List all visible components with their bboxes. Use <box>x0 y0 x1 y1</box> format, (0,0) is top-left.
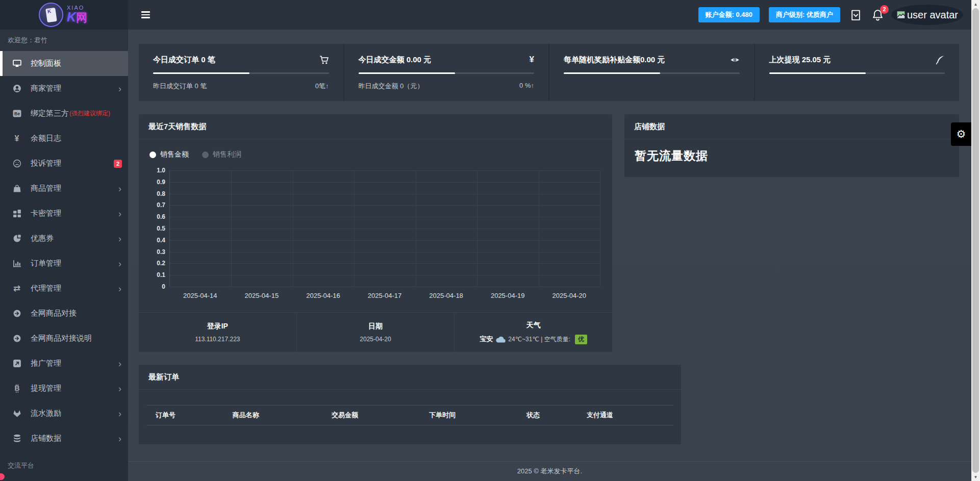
chart-gridline-h <box>170 275 600 275</box>
chart-x-tick-label: 2025-04-18 <box>415 292 477 299</box>
chart-gridline-v <box>539 170 539 287</box>
sidebar-item-qq-group[interactable]: 对接QQ群 <box>0 475 128 481</box>
chart-y-tick-label: 0.3 <box>157 248 165 256</box>
stat-card-header: 上次提现 25.05 元 <box>769 52 945 68</box>
sidebar-item-agent-management[interactable]: ⇄代理管理› <box>0 276 128 301</box>
sidebar-item-dashboard[interactable]: 控制面板 <box>0 51 128 76</box>
scroll-up-arrow[interactable]: ▲ <box>971 0 980 8</box>
logo-text: XIAO K网 <box>67 5 87 25</box>
chart-gridline-h <box>170 252 600 252</box>
chart-y-tick-label: 0.1 <box>157 271 165 279</box>
sidebar-item-label: 控制面板 <box>31 59 61 68</box>
chart-x-tick-label: 2025-04-19 <box>477 292 539 299</box>
legend-label: 销售金额 <box>160 150 189 159</box>
sidebar-item-label: 商品管理 <box>31 184 61 193</box>
barchart-icon <box>11 259 22 269</box>
sales-chart-panel: 最近7天销售数据 销售金额 销售利润 1.00.90.80.70.60.50.4… <box>139 114 612 352</box>
mail-button[interactable] <box>849 9 862 21</box>
chart-gridline-h <box>170 217 600 217</box>
chart-gridline-v <box>231 170 232 287</box>
settings-gear-button[interactable]: ⚙ <box>951 122 971 146</box>
sidebar-item-product-management[interactable]: 商品管理› <box>0 176 128 201</box>
app-logo[interactable]: K XIAO K网 <box>0 0 128 30</box>
latest-orders-panel: 最新订单 订单号商品名称交易金额下单时间状态支付通道 <box>139 365 681 444</box>
chart-gridline-h <box>170 229 600 229</box>
sidebar-item-product-sync[interactable]: 全网商品对接 <box>0 301 128 326</box>
circle-arrow-icon <box>11 309 22 319</box>
sidebar-item-flow-incentive[interactable]: 流水激励› <box>0 401 128 426</box>
chart-y-tick-label: 1.0 <box>157 167 165 174</box>
scrollbar-thumb[interactable] <box>972 8 979 473</box>
grid-icon <box>11 209 22 219</box>
legend-item-sales-profit[interactable]: 销售利润 <box>202 150 241 159</box>
cart-icon <box>319 55 329 65</box>
notifications-button[interactable]: 2 <box>871 9 884 21</box>
stat-card-title: 今日成交金额 0.00 元 <box>359 55 432 65</box>
chevron-right-icon: › <box>118 234 121 243</box>
sidebar-item-label: 余额日志 <box>31 134 61 143</box>
info-label: 登录IP <box>207 322 228 331</box>
chart-gridline-h <box>170 194 600 194</box>
sidebar-item-warning-text: (强烈建议绑定) <box>69 109 110 118</box>
legend-item-sales-amount[interactable]: 销售金额 <box>149 150 189 159</box>
chart-y-tick-label: 0.2 <box>157 260 165 267</box>
orders-column-header: 状态 <box>517 411 577 420</box>
envelope-icon <box>849 9 862 21</box>
stat-card-sub-left: 昨日成交金额 0（元） <box>359 82 424 91</box>
stat-card-subrow: 昨日成交订单 0 笔0笔↑ <box>153 82 329 91</box>
quill-icon <box>935 55 945 65</box>
footer: 2025 © 老米发卡平台. <box>128 461 971 481</box>
stat-card-per-order-bonus: 每单随机奖励补贴金额0.00 元 <box>548 44 754 101</box>
page-scrollbar[interactable]: ▲ ▼ <box>971 0 980 481</box>
scroll-down-arrow[interactable]: ▼ <box>971 473 980 481</box>
sidebar-item-label: 优惠券 <box>31 234 54 243</box>
chart-legend: 销售金额 销售利润 <box>149 150 241 159</box>
chart-y-tick-label: 0.7 <box>157 201 165 209</box>
database-icon <box>11 434 22 444</box>
sidebar-item-coupon[interactable]: 优惠券› <box>0 226 128 251</box>
bag-icon <box>11 184 22 194</box>
complaint-icon <box>11 159 22 169</box>
sidebar-item-bind-third-party[interactable]: Be绑定第三方(强烈建议绑定) <box>0 101 128 126</box>
stat-card-subrow: 昨日成交金额 0（元）0 %↑ <box>359 82 535 91</box>
menu-toggle-button[interactable] <box>139 9 152 20</box>
shop-data-panel: 店铺数据 暂无流量数据 <box>624 114 959 177</box>
info-value: 113.110.217.223 <box>195 336 240 343</box>
sidebar-item-merchant-management[interactable]: 商家管理› <box>0 76 128 101</box>
fox-icon <box>11 409 22 419</box>
monitor-icon <box>11 59 22 69</box>
chart-gridline-v <box>354 170 355 287</box>
logo-text-k: K <box>67 10 76 24</box>
chart-x-tick-label: 2025-04-20 <box>538 292 600 299</box>
sidebar-item-product-sync-docs[interactable]: 全网商品对接说明 <box>0 326 128 351</box>
stat-card-sub-left: 昨日成交订单 0 笔 <box>153 82 207 91</box>
merchant-level-badge[interactable]: 商户级别: 优质商户 <box>769 7 840 22</box>
stat-card-today-amount: 今日成交金额 0.00 元¥昨日成交金额 0（元）0 %↑ <box>343 44 549 101</box>
weather-range: 24℃~31℃ | 空气质量: <box>508 335 570 344</box>
notification-count-badge: 2 <box>880 5 889 14</box>
cloud-icon <box>495 336 506 343</box>
stat-card-progress-track <box>153 72 329 74</box>
legend-label: 销售利润 <box>213 150 241 159</box>
chart-gridline-v <box>600 170 600 287</box>
sidebar-item-order-management[interactable]: 订单管理› <box>0 251 128 276</box>
chart-x-tick-label: 2025-04-15 <box>231 292 293 299</box>
svg-text:Be: Be <box>14 111 20 116</box>
sidebar-item-card-secret-management[interactable]: 卡密管理› <box>0 201 128 226</box>
user-avatar[interactable]: user avatar <box>893 3 961 27</box>
info-label: 日期 <box>368 322 383 331</box>
sidebar-item-label: 绑定第三方 <box>31 109 69 118</box>
sidebar-item-complaint-management[interactable]: 投诉管理2 <box>0 151 128 176</box>
sidebar-item-balance-log[interactable]: ¥余额日志 <box>0 126 128 151</box>
stat-card-title: 今日成交订单 0 笔 <box>153 55 215 65</box>
sidebar-item-label: 投诉管理 <box>31 159 61 168</box>
sidebar-item-promotion-management[interactable]: 推广管理› <box>0 351 128 376</box>
sidebar-item-label: 全网商品对接说明 <box>31 334 92 343</box>
weather-info: 天气 宝安 24℃~31℃ | 空气质量: 优 <box>454 313 612 352</box>
chevron-right-icon: › <box>118 409 121 418</box>
orders-column-header: 订单号 <box>146 411 223 420</box>
account-balance-badge[interactable]: 账户金额: 0.480 <box>698 7 760 22</box>
sidebar-item-shop-data[interactable]: 店铺数据› <box>0 426 128 451</box>
stat-card-sub-right: 0笔↑ <box>315 82 329 91</box>
sidebar-item-withdrawal-management[interactable]: B提现管理› <box>0 376 128 401</box>
